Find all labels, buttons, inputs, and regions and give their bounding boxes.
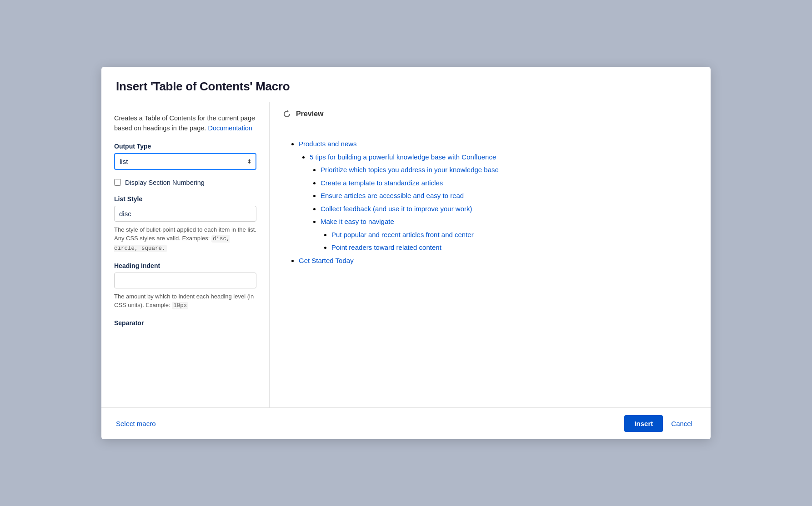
dialog-header: Insert 'Table of Contents' Macro: [101, 67, 711, 102]
left-panel: Creates a Table of Contents for the curr…: [101, 102, 270, 407]
toc-link-get-started[interactable]: Get Started Today: [299, 257, 354, 264]
right-panel: Preview Products and news 5 tips for bui…: [270, 102, 711, 407]
toc-link-prioritize[interactable]: Prioritize which topics you address in y…: [321, 166, 499, 174]
toc-link-popular[interactable]: Put popular and recent articles front an…: [331, 231, 474, 238]
preview-label: Preview: [296, 110, 323, 118]
toc-link-feedback[interactable]: Collect feedback (and use it to improve …: [321, 205, 472, 213]
separator-label: Separator: [114, 319, 256, 327]
heading-indent-input[interactable]: [114, 273, 256, 288]
toc-item-template: Create a template to standardize article…: [321, 178, 692, 189]
output-type-wrapper: list flat ⬍: [114, 153, 256, 170]
preview-header: Preview: [270, 102, 711, 126]
dialog-footer: Select macro Insert Cancel: [101, 407, 711, 439]
toc-item-products-news: Products and news 5 tips for building a …: [299, 139, 692, 253]
documentation-link[interactable]: Documentation: [208, 124, 252, 132]
insert-macro-dialog: Insert 'Table of Contents' Macro Creates…: [101, 67, 711, 439]
insert-button[interactable]: Insert: [624, 415, 663, 432]
footer-buttons: Insert Cancel: [624, 415, 696, 432]
toc-level2-list: 5 tips for building a powerful knowledge…: [299, 152, 692, 253]
select-macro-link[interactable]: Select macro: [116, 420, 156, 427]
toc-link-products-news[interactable]: Products and news: [299, 140, 357, 148]
list-style-input[interactable]: [114, 206, 256, 222]
toc-item-5tips: 5 tips for building a powerful knowledge…: [310, 152, 692, 253]
description-text: Creates a Table of Contents for the curr…: [114, 113, 256, 134]
cancel-button[interactable]: Cancel: [667, 415, 696, 432]
heading-indent-label: Heading Indent: [114, 262, 256, 269]
toc-item-related: Point readers toward related content: [331, 243, 692, 253]
toc-item-prioritize: Prioritize which topics you address in y…: [321, 165, 692, 175]
heading-indent-hint: The amount by which to indent each headi…: [114, 292, 256, 310]
toc-item-navigate: Make it easy to navigate Put popular and…: [321, 217, 692, 253]
toc-level4-list: Put popular and recent articles front an…: [321, 230, 692, 253]
toc-item-popular: Put popular and recent articles front an…: [331, 230, 692, 240]
toc-link-navigate[interactable]: Make it easy to navigate: [321, 218, 394, 225]
output-type-label: Output Type: [114, 143, 256, 150]
dialog-title: Insert 'Table of Contents' Macro: [116, 79, 696, 94]
toc-item-accessible: Ensure articles are accessible and easy …: [321, 191, 692, 201]
refresh-icon[interactable]: [282, 109, 291, 119]
toc-item-feedback: Collect feedback (and use it to improve …: [321, 204, 692, 214]
toc-link-accessible[interactable]: Ensure articles are accessible and easy …: [321, 192, 464, 199]
preview-content: Products and news 5 tips for building a …: [270, 126, 711, 407]
toc-root-list: Products and news 5 tips for building a …: [288, 139, 692, 266]
section-numbering-row: Display Section Numbering: [114, 179, 256, 186]
dialog-body: Creates a Table of Contents for the curr…: [101, 102, 711, 407]
toc-level3-list: Prioritize which topics you address in y…: [310, 165, 692, 253]
list-style-hint: The style of bullet-point applied to eac…: [114, 225, 256, 253]
section-numbering-checkbox[interactable]: [114, 179, 121, 186]
section-numbering-label[interactable]: Display Section Numbering: [125, 179, 205, 186]
toc-link-template[interactable]: Create a template to standardize article…: [321, 179, 443, 187]
toc-item-get-started: Get Started Today: [299, 256, 692, 266]
list-style-label: List Style: [114, 195, 256, 203]
heading-indent-example: 10px: [172, 302, 188, 309]
toc-link-related[interactable]: Point readers toward related content: [331, 243, 441, 251]
output-type-select[interactable]: list flat: [114, 153, 256, 170]
toc-link-5tips[interactable]: 5 tips for building a powerful knowledge…: [310, 153, 496, 161]
